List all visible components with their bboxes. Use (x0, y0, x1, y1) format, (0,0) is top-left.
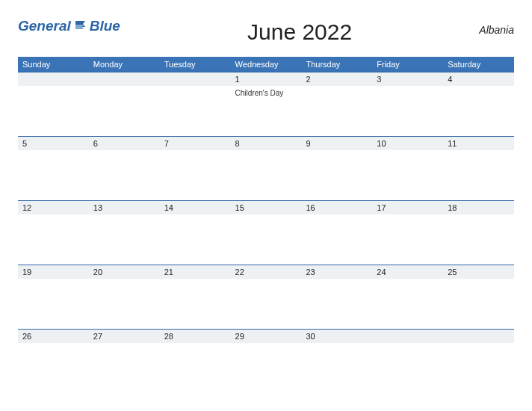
day-cell: 7 (160, 137, 231, 200)
day-cell: 18 (443, 201, 514, 265)
day-number: 30 (301, 330, 372, 343)
flag-icon (75, 18, 88, 34)
day-cell (160, 72, 231, 136)
day-cell (372, 330, 443, 393)
day-cell: 16 (301, 201, 372, 265)
day-number: 26 (18, 330, 89, 343)
day-number: 23 (301, 265, 372, 279)
weekday-header: Monday (89, 57, 160, 72)
logo-text-2: Blue (90, 18, 120, 34)
day-cell: 9 (301, 137, 372, 200)
day-number: 20 (89, 265, 160, 279)
brand-logo: General Blue (18, 18, 120, 34)
day-cell: 4 (443, 72, 514, 136)
weekday-header: Tuesday (160, 57, 231, 72)
day-number: 12 (18, 201, 89, 214)
weekday-header: Wednesday (231, 57, 302, 72)
day-number: 3 (372, 72, 443, 86)
day-cell: 28 (160, 330, 231, 393)
week-row: 1Children's Day234 (18, 72, 514, 136)
day-cell: 23 (301, 265, 372, 329)
day-number (18, 72, 89, 86)
day-cell: 24 (372, 265, 443, 329)
day-number: 24 (372, 265, 443, 279)
day-number: 28 (160, 330, 231, 343)
day-cell: 25 (443, 265, 514, 329)
day-cell: 21 (160, 265, 231, 329)
week-row: 2627282930 (18, 329, 514, 393)
day-cell (89, 72, 160, 136)
day-number: 21 (160, 265, 231, 279)
weekday-header: Thursday (301, 57, 372, 72)
day-cell: 6 (89, 137, 160, 200)
day-cell: 8 (231, 137, 302, 200)
day-number: 13 (89, 201, 160, 214)
day-cell: 2 (301, 72, 372, 136)
day-cell: 20 (89, 265, 160, 329)
day-number: 29 (231, 330, 302, 343)
week-row: 567891011 (18, 136, 514, 200)
day-number: 8 (231, 137, 302, 150)
day-cell: 14 (160, 201, 231, 265)
holiday-event: Children's Day (235, 87, 297, 98)
day-number: 6 (89, 137, 160, 150)
day-number: 2 (301, 72, 372, 86)
day-number: 22 (231, 265, 302, 279)
day-cell: 5 (18, 137, 89, 200)
day-number: 18 (443, 201, 514, 214)
weeks-container: 1Children's Day2345678910111213141516171… (18, 72, 514, 393)
day-cell: 1Children's Day (231, 72, 302, 136)
day-cell: 10 (372, 137, 443, 200)
day-cell: 3 (372, 72, 443, 136)
week-row: 19202122232425 (18, 265, 514, 329)
day-cell: 29 (231, 330, 302, 393)
weekday-header: Friday (372, 57, 443, 72)
country-label: Albania (479, 24, 514, 36)
day-number: 19 (18, 265, 89, 279)
day-cell: 30 (301, 330, 372, 393)
day-cell (18, 72, 89, 136)
day-number: 27 (89, 330, 160, 343)
day-number: 4 (443, 72, 514, 86)
day-cell: 19 (18, 265, 89, 329)
day-number (160, 72, 231, 86)
day-number: 7 (160, 137, 231, 150)
day-cell: 11 (443, 137, 514, 200)
day-cell: 27 (89, 330, 160, 393)
day-cell: 13 (89, 201, 160, 265)
calendar-grid: Sunday Monday Tuesday Wednesday Thursday… (18, 57, 514, 393)
day-number: 5 (18, 137, 89, 150)
day-number: 14 (160, 201, 231, 214)
logo-text-1: General (18, 18, 71, 34)
day-number (443, 330, 514, 343)
day-cell: 12 (18, 201, 89, 265)
calendar-header: General Blue June 2022 Albania (18, 16, 514, 45)
day-cell: 26 (18, 330, 89, 393)
day-number: 17 (372, 201, 443, 214)
day-number: 16 (301, 201, 372, 214)
day-cell: 22 (231, 265, 302, 329)
day-cell: 15 (231, 201, 302, 265)
day-cell (443, 330, 514, 393)
day-number: 25 (443, 265, 514, 279)
day-number: 15 (231, 201, 302, 214)
day-number: 10 (372, 137, 443, 150)
day-cell: 17 (372, 201, 443, 265)
day-number: 1 (231, 72, 302, 86)
weekday-header: Saturday (443, 57, 514, 72)
weekday-header-row: Sunday Monday Tuesday Wednesday Thursday… (18, 57, 514, 72)
day-number: 9 (301, 137, 372, 150)
week-row: 12131415161718 (18, 200, 514, 265)
day-number (372, 330, 443, 343)
day-number (89, 72, 160, 86)
weekday-header: Sunday (18, 57, 89, 72)
day-number: 11 (443, 137, 514, 150)
month-title: June 2022 (120, 19, 479, 45)
